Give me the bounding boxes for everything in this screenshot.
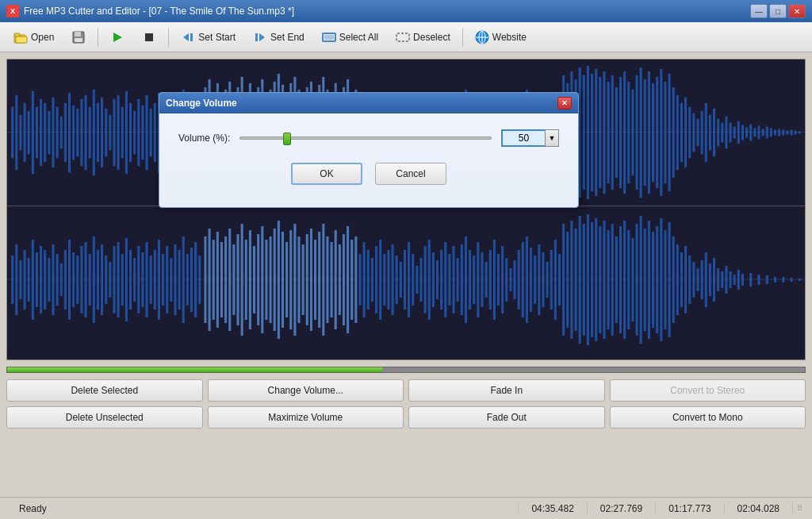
dialog-title: Change Volume: [166, 98, 237, 109]
separator-1: [98, 28, 98, 47]
ok-button[interactable]: OK: [291, 163, 362, 185]
app-icon: X: [6, 5, 19, 17]
svg-rect-4: [75, 32, 81, 37]
title-bar-controls: — □ ✕: [750, 4, 806, 18]
play-icon: [110, 30, 124, 44]
svg-rect-2: [16, 37, 27, 43]
status-time1: 04:35.482: [519, 503, 587, 514]
dialog-titlebar: Change Volume ✕: [159, 93, 578, 113]
set-start-button[interactable]: Set Start: [174, 27, 243, 48]
svg-rect-5: [75, 38, 82, 42]
stop-button[interactable]: [135, 27, 163, 48]
separator-3: [462, 28, 463, 47]
play-button[interactable]: [103, 27, 132, 48]
volume-label: Volume (%):: [178, 133, 230, 144]
svg-rect-11: [255, 33, 258, 41]
cancel-button[interactable]: Cancel: [375, 163, 446, 185]
status-ready: Ready: [6, 503, 519, 514]
svg-marker-6: [113, 33, 122, 42]
minimize-button[interactable]: —: [750, 4, 768, 18]
stop-icon: [142, 30, 156, 44]
volume-row: Volume (%): ▼: [178, 129, 559, 147]
modal-overlay: Change Volume ✕ Volume (%): ▼: [0, 52, 812, 497]
status-time3: 01:17.773: [656, 503, 724, 514]
svg-marker-10: [259, 33, 265, 41]
window-title: Free MP3 Cutter and Editor - [07 - The S…: [24, 6, 294, 17]
select-all-button[interactable]: Select All: [315, 27, 385, 48]
dialog-body: Volume (%): ▼ OK Cancel: [159, 113, 578, 207]
status-bar: Ready 04:35.482 02:27.769 01:17.773 02:0…: [0, 497, 812, 519]
deselect-button[interactable]: Deselect: [389, 27, 458, 48]
svg-rect-1: [14, 33, 20, 37]
website-icon: [475, 30, 489, 44]
open-button[interactable]: Open: [6, 27, 61, 48]
website-button[interactable]: Website: [468, 27, 534, 48]
volume-slider-container[interactable]: [239, 130, 492, 146]
save-icon: [71, 30, 86, 44]
title-bar: X Free MP3 Cutter and Editor - [07 - The…: [0, 0, 812, 22]
deselect-icon: [396, 30, 410, 44]
set-end-button[interactable]: Set End: [246, 27, 312, 48]
set-start-icon: [181, 30, 195, 44]
svg-marker-8: [183, 33, 189, 41]
separator-2: [168, 28, 169, 47]
svg-rect-14: [396, 33, 409, 41]
status-grip: ⠿: [793, 502, 806, 515]
close-button[interactable]: ✕: [788, 4, 806, 18]
set-end-icon: [253, 30, 267, 44]
main-content: Delete Selected Change Volume... Fade In…: [0, 52, 812, 497]
open-icon: [13, 30, 28, 44]
save-button[interactable]: [64, 27, 93, 48]
toolbar: Open: [0, 22, 812, 52]
maximize-button[interactable]: □: [769, 4, 787, 18]
volume-slider-track[interactable]: [239, 136, 492, 140]
volume-input-group: ▼: [501, 129, 559, 147]
volume-slider-thumb[interactable]: [283, 133, 291, 145]
status-time4: 02:04.028: [725, 503, 793, 514]
dialog-buttons: OK Cancel: [178, 163, 559, 191]
status-time2: 02:27.769: [588, 503, 656, 514]
title-bar-left: X Free MP3 Cutter and Editor - [07 - The…: [6, 5, 294, 17]
volume-dropdown-button[interactable]: ▼: [545, 129, 559, 147]
volume-input[interactable]: [501, 129, 545, 147]
svg-rect-7: [145, 33, 153, 41]
svg-rect-13: [324, 35, 334, 40]
dialog-close-button[interactable]: ✕: [557, 97, 572, 110]
svg-rect-9: [190, 33, 193, 41]
select-all-icon: [322, 30, 336, 44]
change-volume-dialog: Change Volume ✕ Volume (%): ▼: [159, 92, 579, 208]
